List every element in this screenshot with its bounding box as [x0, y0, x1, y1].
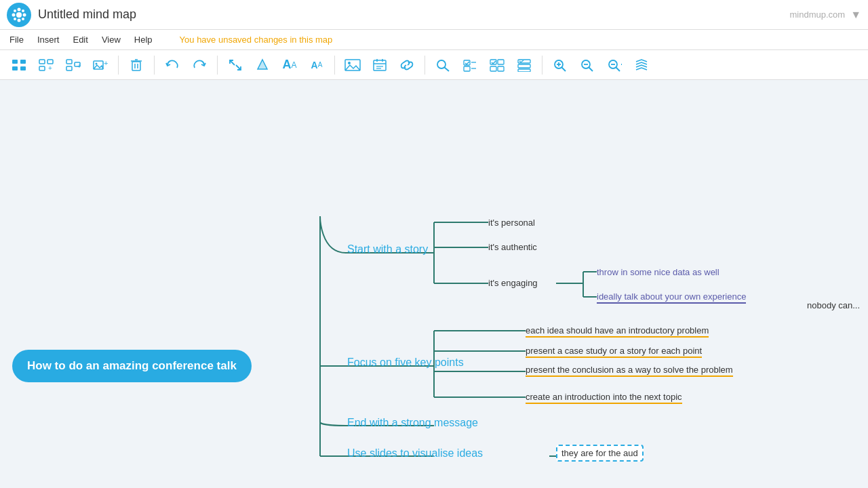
unsaved-message: You have unsaved changes in this map: [180, 35, 333, 45]
svg-rect-53: [518, 69, 530, 72]
mindmup-brand: mindmup.com: [790, 9, 846, 20]
add-image-node-tool[interactable]: +: [88, 53, 113, 77]
svg-rect-14: [47, 60, 53, 64]
svg-point-5: [14, 9, 16, 12]
svg-point-41: [437, 60, 446, 68]
color-tool[interactable]: [250, 53, 275, 77]
svg-text:+: +: [104, 59, 108, 67]
svg-rect-12: [20, 66, 26, 70]
calendar-tool[interactable]: [368, 53, 392, 77]
leaf-own-experience[interactable]: ideally talk about your own experience: [597, 291, 746, 302]
svg-point-0: [16, 12, 22, 18]
select-tool[interactable]: [7, 53, 31, 77]
link-tool[interactable]: [395, 53, 419, 77]
svg-rect-9: [12, 60, 18, 64]
checklist2-tool[interactable]: [485, 53, 509, 77]
branch-slides-label[interactable]: Use slides to visualise ideas: [347, 447, 483, 460]
svg-line-55: [562, 67, 566, 71]
app-title: Untitled mind map: [38, 7, 790, 22]
leaf-next-topic[interactable]: create an introduction into the next top…: [526, 392, 682, 402]
add-sibling-tool[interactable]: +: [61, 53, 85, 77]
svg-rect-35: [374, 60, 386, 70]
svg-rect-49: [490, 66, 496, 71]
image-tool[interactable]: [340, 53, 365, 77]
svg-rect-13: [39, 60, 45, 64]
leaf-its-personal[interactable]: it's personal: [488, 218, 535, 228]
leaf-introductory-problem[interactable]: each idea should have an introductory pr…: [526, 325, 709, 336]
toolbar-separator-4: [334, 56, 335, 75]
svg-rect-11: [12, 66, 18, 70]
font-larger-tool[interactable]: AA: [277, 53, 302, 77]
menu-edit[interactable]: Edit: [73, 35, 87, 45]
checklist3-tool[interactable]: [512, 53, 536, 77]
svg-point-2: [18, 18, 21, 22]
svg-rect-15: [39, 66, 45, 70]
delete-tool[interactable]: [124, 53, 149, 77]
svg-point-1: [18, 7, 21, 11]
toolbar-separator-2: [154, 56, 155, 75]
dropdown-icon[interactable]: ▼: [850, 9, 861, 21]
leaf-its-engaging[interactable]: it's engaging: [488, 278, 538, 288]
menu-insert[interactable]: Insert: [37, 35, 60, 45]
font-smaller-tool[interactable]: AA: [304, 53, 329, 77]
svg-rect-48: [498, 60, 504, 64]
leaf-case-study[interactable]: present a case study or a story for each…: [526, 346, 702, 356]
svg-line-30: [236, 65, 241, 70]
leaf-nobody-can[interactable]: nobody can...: [807, 300, 860, 310]
menu-view[interactable]: View: [102, 35, 121, 45]
svg-point-34: [348, 62, 351, 64]
expand-tool[interactable]: [223, 53, 248, 77]
branch-story-label[interactable]: Start with a story: [347, 243, 428, 256]
svg-rect-24: [132, 62, 140, 70]
svg-line-42: [445, 67, 450, 71]
svg-rect-17: [66, 60, 72, 64]
svg-point-3: [12, 13, 16, 16]
toolbar-separator-5: [425, 56, 425, 75]
search-tool[interactable]: [431, 53, 455, 77]
svg-rect-18: [66, 66, 72, 70]
leaf-conclusion[interactable]: present the conclusion as a way to solve…: [526, 365, 733, 375]
svg-rect-10: [20, 60, 26, 64]
svg-point-7: [14, 18, 16, 20]
undo-tool[interactable]: [160, 53, 184, 77]
toolbar-separator-6: [542, 56, 542, 75]
svg-point-6: [22, 9, 24, 12]
branch-focus-label[interactable]: Focus on five key points: [347, 357, 464, 369]
menu-help[interactable]: Help: [134, 35, 153, 45]
svg-rect-50: [498, 66, 504, 71]
svg-line-62: [616, 67, 620, 71]
leaf-throw-data[interactable]: throw in some nice data as well: [597, 267, 719, 277]
redo-tool[interactable]: [187, 53, 212, 77]
svg-marker-32: [258, 60, 267, 69]
svg-point-4: [23, 13, 26, 16]
svg-line-29: [230, 60, 235, 65]
toolbar-separator-1: [118, 56, 119, 75]
svg-rect-52: [518, 64, 530, 68]
app-logo: [7, 3, 31, 27]
svg-rect-33: [345, 60, 360, 70]
zoom-out-tool[interactable]: [575, 53, 599, 77]
svg-text:+: +: [48, 64, 52, 71]
menu-file[interactable]: File: [9, 35, 24, 45]
add-child-tool[interactable]: +: [34, 53, 58, 77]
central-node[interactable]: How to do an amazing conference talk: [12, 350, 252, 382]
zoom-fit-tool[interactable]: [602, 53, 627, 77]
mindmap-canvas: How to do an amazing conference talk Sta…: [0, 80, 868, 488]
zoom-in-tool[interactable]: [548, 53, 572, 77]
toolbar-separator-3: [217, 56, 218, 75]
svg-line-59: [589, 67, 593, 71]
svg-text:+: +: [77, 62, 81, 70]
branch-strong-label[interactable]: End with a strong message: [347, 417, 478, 429]
svg-rect-44: [464, 66, 470, 71]
checklist1-tool[interactable]: [458, 53, 482, 77]
stacked-tool[interactable]: [629, 53, 654, 77]
leaf-its-authentic[interactable]: it's authentic: [488, 242, 537, 252]
svg-point-8: [22, 18, 24, 20]
editing-node[interactable]: they are for the aud: [556, 447, 644, 459]
